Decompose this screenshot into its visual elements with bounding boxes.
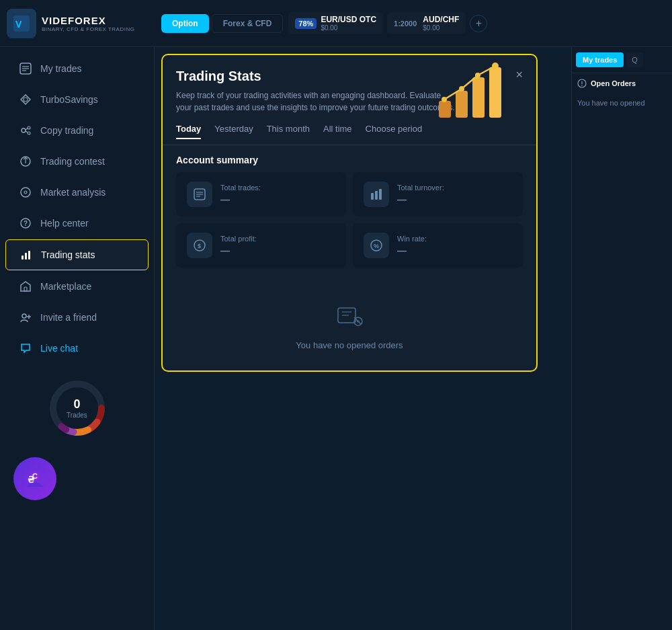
tab-forex-cfd[interactable]: Forex & CFD [212, 14, 284, 33]
trading-stats-modal: Trading Stats Keep track of your trading… [161, 54, 538, 372]
sidebar-item-trading-stats[interactable]: Trading stats [5, 239, 149, 270]
svg-text:V: V [15, 19, 22, 30]
svg-point-15 [24, 191, 27, 194]
trades-icon [19, 62, 32, 75]
period-tab-this-month[interactable]: This month [267, 124, 310, 139]
account-summary-title: Account summary [163, 145, 536, 172]
stat-label-total-turnover: Total turnover: [397, 184, 444, 192]
right-trades-panel: My trades Q Open Orders You have no open… [571, 47, 672, 630]
trades-stat-icon [187, 182, 212, 207]
svg-rect-36 [472, 77, 485, 118]
sidebar-item-invite-friend[interactable]: Invite a friend [5, 303, 149, 332]
trades-panel-tabs: My trades Q [572, 47, 672, 73]
sidebar-item-help-center[interactable]: ? Help center [5, 208, 149, 238]
sidebar-item-live-chat[interactable]: Live chat [5, 333, 149, 363]
sidebar-label-copy-trading: Copy trading [40, 125, 93, 136]
period-tab-today[interactable]: Today [176, 124, 201, 139]
chart-illustration [432, 61, 519, 124]
pair-name-1: EUR/USD OTC [321, 15, 376, 24]
stat-label-win-rate: Win rate: [397, 235, 427, 243]
period-tab-choose-period[interactable]: Choose period [366, 124, 423, 139]
svg-point-82 [581, 85, 583, 86]
pair-name-2: AUD/CHF [423, 15, 459, 24]
svg-point-40 [475, 73, 480, 78]
svg-text:C: C [32, 472, 38, 480]
tab-group: Option Forex & CFD [161, 14, 283, 33]
svg-text:$: $ [198, 243, 201, 249]
period-tab-yesterday[interactable]: Yesterday [214, 124, 253, 139]
svg-rect-35 [456, 91, 468, 118]
chat-icon [19, 342, 32, 355]
sidebar-item-marketplace[interactable]: Marketplace [5, 272, 149, 301]
tab-option[interactable]: Option [161, 14, 209, 33]
topbar: V VIDEFOREX BINARY, CFD & FOREX TRADING … [0, 0, 672, 47]
stat-value-total-turnover: — [397, 194, 444, 205]
sidebar-label-invite-friend: Invite a friend [40, 312, 97, 323]
sidebar-item-my-trades[interactable]: My trades [5, 54, 149, 83]
stat-value-total-profit: — [220, 245, 257, 256]
svg-point-8 [28, 126, 30, 129]
pair-price-1: $0.00 [321, 24, 376, 32]
center-content: Trading Stats Keep track of your trading… [155, 47, 571, 630]
sidebar-label-turbo-savings: TurboSavings [40, 94, 98, 105]
invite-icon [19, 311, 32, 324]
stats-icon [19, 248, 33, 262]
pair-eur-usd-otc[interactable]: 78% EUR/USD OTC $0.00 [288, 12, 383, 34]
pair-pct-1: 78% [295, 18, 317, 29]
svg-point-38 [442, 97, 447, 102]
turbo-icon [19, 93, 32, 106]
sidebar-label-marketplace: Marketplace [40, 281, 91, 292]
sidebar-item-market-analysis[interactable]: Market analysis [5, 178, 149, 207]
profit-stat-icon: $ [187, 233, 212, 258]
svg-point-22 [22, 314, 26, 318]
svg-rect-46 [371, 193, 374, 200]
stat-card-total-profit: $ Total profit: — [176, 223, 346, 268]
pair-aud-chf[interactable]: 1:2000 AUD/CHF $0.00 [387, 12, 466, 34]
sidebar-item-trading-contest[interactable]: Trading contest [5, 147, 149, 176]
turnover-stat-icon [364, 182, 389, 207]
stat-label-total-trades: Total trades: [220, 184, 261, 192]
sidebar: My trades TurboSavings Co [0, 47, 155, 630]
help-icon: ? [19, 216, 32, 230]
pair-price-2: $0.00 [423, 24, 459, 32]
no-orders-icon [333, 299, 366, 332]
sidebar-item-copy-trading[interactable]: Copy trading [5, 116, 149, 145]
winrate-stat-icon: % [364, 233, 389, 258]
sidebar-label-market-analysis: Market analysis [40, 187, 106, 198]
add-pair-button[interactable]: + [470, 15, 487, 32]
my-trades-tab-button[interactable]: My trades [576, 52, 624, 67]
sidebar-label-live-chat: Live chat [40, 343, 78, 354]
no-orders-area: You have no opened orders [163, 278, 536, 370]
sidebar-label-my-trades: My trades [40, 63, 81, 74]
sidebar-label-trading-stats: Trading stats [41, 249, 95, 260]
svg-rect-34 [439, 101, 451, 118]
svg-rect-48 [379, 189, 382, 200]
stat-card-win-rate: % Win rate: — [353, 223, 523, 268]
svg-point-41 [492, 63, 499, 69]
period-tab-all-time[interactable]: All time [323, 124, 352, 139]
svg-rect-47 [375, 191, 378, 200]
stat-label-total-profit: Total profit: [220, 235, 257, 243]
svg-point-9 [28, 132, 30, 134]
sidebar-item-turbo-savings[interactable]: TurboSavings [5, 85, 149, 114]
no-orders-text: You have no opened orders [296, 340, 403, 350]
sidebar-label-trading-contest: Trading contest [40, 156, 105, 167]
svg-rect-19 [25, 253, 27, 260]
stat-value-win-rate: — [397, 245, 427, 256]
avatar[interactable]: ₴ C [13, 457, 56, 500]
svg-rect-20 [28, 251, 30, 260]
trades-donut: 0 Trades [47, 378, 108, 438]
copy-icon [19, 124, 32, 137]
donut-value: 0 [67, 397, 87, 411]
logo-area: V VIDEFOREX BINARY, CFD & FOREX TRADING [7, 9, 161, 38]
stat-card-total-trades: Total trades: — [176, 172, 346, 216]
svg-line-10 [26, 128, 28, 130]
logo-name: VIDEFOREX [42, 15, 134, 26]
q-tab-button[interactable]: Q [626, 52, 643, 67]
open-orders-row: Open Orders [572, 73, 672, 93]
stat-value-total-trades: — [220, 194, 261, 205]
donut-area: 0 Trades [0, 364, 154, 452]
svg-rect-21 [24, 287, 27, 291]
svg-line-11 [26, 131, 28, 132]
analysis-icon [19, 186, 32, 199]
